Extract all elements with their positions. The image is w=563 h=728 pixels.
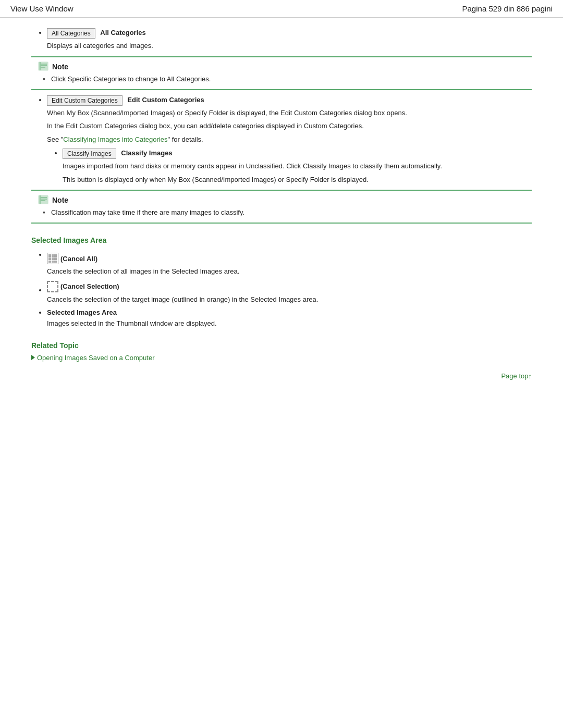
all-categories-label: All Categories (100, 29, 145, 36)
main-content: All Categories All Categories Displays a… (0, 18, 563, 401)
classify-label: Classify Images (121, 149, 172, 157)
related-topic-link[interactable]: Opening Images Saved on a Computer (31, 354, 532, 362)
sel-images-desc: Images selected in the Thumbnail window … (47, 318, 532, 329)
note-header-2: Note (38, 195, 525, 205)
page-number: Pagina 529 din 886 pagini (462, 4, 553, 13)
note-title-1: Note (52, 63, 68, 71)
classify-desc2: This button is displayed only when My Bo… (63, 175, 532, 185)
classify-desc1: Images imported from hard disks or memor… (63, 161, 532, 171)
cancel-all-item: (Cancel All) Cancels the selection of al… (47, 251, 532, 277)
edit-custom-section: Edit Custom Categories Edit Custom Categ… (31, 95, 532, 185)
selected-images-heading: Selected Images Area (31, 236, 532, 244)
top-bar: View Use Window Pagina 529 din 886 pagin… (0, 0, 563, 18)
related-topic-heading: Related Topic (31, 341, 532, 350)
note-title-2: Note (52, 196, 68, 204)
edit-custom-desc3: See "Classifying Images into Categories"… (47, 134, 532, 145)
classify-button[interactable]: Classify Images (63, 149, 116, 159)
note-item-2-0: Classification may take time if there ar… (43, 208, 525, 216)
all-categories-item: All Categories All Categories Displays a… (47, 28, 532, 51)
cancel-all-icon (47, 253, 58, 264)
edit-custom-button[interactable]: Edit Custom Categories (47, 95, 123, 106)
edit-custom-desc1: When My Box (Scanned/Imported Images) or… (47, 108, 532, 118)
cancel-sel-desc: Cancels the selection of the target imag… (47, 294, 532, 305)
cancel-sel-item: (Cancel Selection) Cancels the selection… (47, 281, 532, 305)
selected-images-list: (Cancel All) Cancels the selection of al… (31, 251, 532, 329)
cancel-all-desc: Cancels the selection of all images in t… (47, 266, 532, 277)
svg-rect-6 (40, 195, 41, 204)
cancel-all-label: (Cancel All) (60, 255, 97, 263)
cancel-sel-icon (47, 281, 58, 292)
svg-rect-1 (40, 62, 41, 70)
page-top-section: Page top↑ (31, 372, 532, 380)
cancel-sel-label: (Cancel Selection) (60, 282, 119, 290)
related-link-text: Opening Images Saved on a Computer (37, 354, 154, 362)
note-icon-1 (38, 61, 50, 72)
note-item-1-0: Click Specific Categories to change to A… (43, 75, 525, 83)
triangle-right-icon (31, 355, 35, 360)
top-bar-title: View Use Window (10, 4, 74, 13)
edit-custom-label: Edit Custom Categories (127, 96, 204, 104)
edit-custom-desc3-suffix: " for details. (168, 135, 203, 143)
classifying-images-link[interactable]: Classifying Images into Categories (63, 135, 167, 143)
edit-custom-desc3-prefix: See " (47, 135, 63, 143)
page-top-link[interactable]: Page top↑ (501, 372, 532, 380)
note-box-2: Note Classification may take time if the… (31, 190, 532, 224)
edit-custom-desc2: In the Edit Custom Categories dialog box… (47, 121, 532, 131)
all-categories-button[interactable]: All Categories (47, 28, 95, 39)
all-categories-desc: Displays all categories and images. (47, 41, 532, 51)
edit-custom-item: Edit Custom Categories Edit Custom Categ… (47, 95, 532, 185)
note-list-1: Click Specific Categories to change to A… (38, 75, 525, 83)
note-box-1: Note Click Specific Categories to change… (31, 56, 532, 90)
sel-images-area-item: Selected Images Area Images selected in … (47, 309, 532, 329)
sel-images-label: Selected Images Area (47, 309, 117, 316)
note-list-2: Classification may take time if there ar… (38, 208, 525, 216)
note-header-1: Note (38, 61, 525, 72)
note-icon-2 (38, 195, 50, 205)
classify-sub-section: Classify Images Classify Images Images i… (47, 149, 532, 184)
classify-item: Classify Images Classify Images Images i… (63, 149, 532, 184)
all-categories-section: All Categories All Categories Displays a… (31, 28, 532, 51)
